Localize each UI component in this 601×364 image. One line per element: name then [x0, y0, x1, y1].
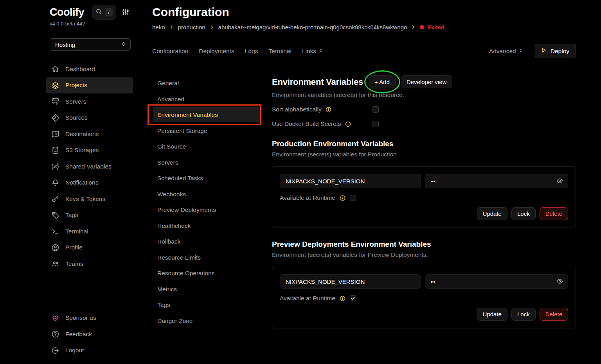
- tab-terminal[interactable]: Terminal: [268, 48, 292, 55]
- env-var-key-input[interactable]: [280, 274, 421, 289]
- chevron-right-icon: [410, 24, 416, 30]
- subnav-item-persistent-storage[interactable]: Persistent Storage: [153, 123, 260, 138]
- subnav-item-environment-variables[interactable]: Environment Variables: [153, 107, 260, 122]
- subnav-item-servers[interactable]: Servers: [153, 155, 260, 170]
- tab-deployments[interactable]: Deployments: [199, 48, 234, 55]
- sidebar-item-profile[interactable]: Profile: [46, 240, 133, 256]
- subnav-item-tags[interactable]: Tags: [153, 297, 260, 312]
- subnav-item-advanced[interactable]: Advanced: [153, 91, 260, 107]
- tabbar: Configuration Deployments Logs Terminal …: [152, 44, 576, 67]
- play-icon: [540, 47, 547, 55]
- home-icon: [51, 65, 59, 74]
- lock-button[interactable]: Lock: [511, 207, 536, 220]
- env-var-actions: Update Lock Delete: [280, 207, 568, 220]
- sidebar-item-tags[interactable]: Tags: [46, 207, 133, 224]
- delete-button[interactable]: Delete: [540, 207, 568, 220]
- terminal-icon: [51, 227, 59, 236]
- tab-configuration[interactable]: Configuration: [152, 48, 188, 55]
- docker-build-secrets-checkbox[interactable]: [372, 121, 379, 127]
- help-circle-icon: [51, 330, 59, 339]
- available-at-runtime-checkbox[interactable]: [350, 195, 356, 201]
- subnav-item-healthcheck[interactable]: Healthcheck: [153, 218, 260, 233]
- sidebar-item-label: Logout: [65, 347, 84, 354]
- subnav-item-resource-limits[interactable]: Resource Limits: [153, 250, 260, 265]
- sidebar-item-sources[interactable]: Sources: [46, 110, 133, 126]
- available-at-runtime-label: Available at Runtime: [280, 194, 335, 201]
- breadcrumb-team[interactable]: beko: [152, 24, 165, 30]
- sidebar-item-destinations[interactable]: Destinations: [46, 126, 133, 142]
- env-var-inputs-row: [280, 274, 568, 289]
- subnav-item-general[interactable]: General: [153, 75, 260, 91]
- sidebar-item-shared-variables[interactable]: Shared Variables: [46, 158, 133, 175]
- env-var-value-input[interactable]: [425, 274, 568, 289]
- sidebar-item-projects[interactable]: Projects: [46, 77, 133, 94]
- breadcrumb-environment[interactable]: production: [178, 24, 205, 30]
- production-section-title: Production Environment Variables: [272, 140, 576, 148]
- sidebar-item-teams[interactable]: Teams: [46, 256, 133, 272]
- sidebar-item-keys-tokens[interactable]: Keys & Tokens: [46, 191, 133, 207]
- sidebar-item-label: Notifications: [65, 179, 98, 186]
- tab-logs[interactable]: Logs: [245, 48, 258, 55]
- sort-alphabetically-checkbox[interactable]: [372, 106, 379, 113]
- subnav-item-metrics[interactable]: Metrics: [153, 282, 260, 297]
- subnav-item-rollback[interactable]: Rollback: [153, 234, 260, 249]
- heart-icon: [51, 314, 59, 322]
- subnav-item-webhooks[interactable]: Webhooks: [153, 186, 260, 202]
- sidebar-item-sponsor-us[interactable]: Sponsor us: [46, 310, 133, 326]
- eye-icon[interactable]: [556, 278, 563, 287]
- page-title: Configuration: [152, 5, 576, 19]
- sidebar-item-label: Sources: [65, 114, 88, 121]
- available-at-runtime-checkbox[interactable]: [350, 295, 356, 301]
- subnav-item-git-source[interactable]: Git Source: [153, 139, 260, 154]
- database-icon: [51, 146, 59, 154]
- sidebar-item-label: S3 Storages: [65, 147, 99, 154]
- env-var-value-wrap: [425, 174, 568, 188]
- add-button[interactable]: + Add: [369, 75, 396, 88]
- eye-icon[interactable]: [556, 177, 563, 186]
- subnav-item-resource-operations[interactable]: Resource Operations: [153, 265, 260, 281]
- delete-button[interactable]: Delete: [540, 308, 568, 321]
- advanced-dropdown[interactable]: Advanced: [489, 48, 524, 55]
- env-var-value-input[interactable]: [425, 174, 568, 188]
- breadcrumb-resource[interactable]: abubakar--meigag/vid-tube-beko-pro:main-…: [218, 24, 407, 30]
- sidebar-item-s3-storages[interactable]: S3 Storages: [46, 142, 133, 159]
- panel-title-row: Environment Variables + Add Developer vi…: [272, 75, 576, 88]
- sidebar-item-notifications[interactable]: Notifications: [46, 175, 133, 191]
- sidebar-item-label: Teams: [65, 260, 83, 267]
- env-var-key-input[interactable]: [280, 174, 421, 188]
- sidebar-item-terminal[interactable]: Terminal: [46, 223, 133, 240]
- logout-icon: [51, 346, 59, 355]
- update-button[interactable]: Update: [477, 308, 507, 321]
- search-button[interactable]: /: [92, 5, 116, 20]
- breadcrumb: beko production abubakar--meigag/vid-tub…: [152, 24, 576, 30]
- bell-icon: [51, 178, 59, 187]
- sidebar-item-label: Profile: [65, 244, 83, 251]
- key-icon: [51, 195, 59, 203]
- subnav-item-scheduled-tasks[interactable]: Scheduled Tasks: [153, 170, 260, 186]
- deploy-button[interactable]: Deploy: [535, 44, 576, 58]
- developer-view-button[interactable]: Developer view: [401, 75, 453, 88]
- subnav-item-danger-zone[interactable]: Danger Zone: [153, 313, 260, 328]
- sidebar-item-label: Projects: [65, 82, 87, 89]
- settings-sliders-icon[interactable]: [122, 8, 130, 16]
- docker-build-secrets-row: Use Docker Build Secrets: [272, 120, 576, 127]
- team-select[interactable]: Hosting: [50, 38, 131, 51]
- git-source-icon: [51, 113, 59, 122]
- user-icon: [51, 243, 59, 252]
- sidebar-footer-nav: Sponsor us Feedback Logout: [46, 310, 133, 360]
- tab-links[interactable]: Links: [302, 48, 324, 55]
- sidebar-item-logout[interactable]: Logout: [46, 342, 133, 359]
- update-button[interactable]: Update: [477, 207, 507, 220]
- env-var-inputs-row: [280, 174, 568, 188]
- sidebar-item-feedback[interactable]: Feedback: [46, 326, 133, 342]
- sidebar-item-dashboard[interactable]: Dashboard: [46, 61, 133, 77]
- info-icon: [345, 121, 351, 127]
- subnav-item-preview-deployments[interactable]: Preview Deployments: [153, 202, 260, 217]
- available-at-runtime-label: Available at Runtime: [280, 295, 335, 302]
- subnav-item-label: Environment Variables: [157, 111, 218, 118]
- sidebar-item-servers[interactable]: Servers: [46, 93, 133, 110]
- tag-icon: [51, 211, 59, 219]
- app-window: Coolify / v4.0.0-beta.442 Hosting Dashbo…: [0, 0, 601, 364]
- lock-button[interactable]: Lock: [511, 308, 536, 321]
- status-dot-icon: [420, 25, 424, 29]
